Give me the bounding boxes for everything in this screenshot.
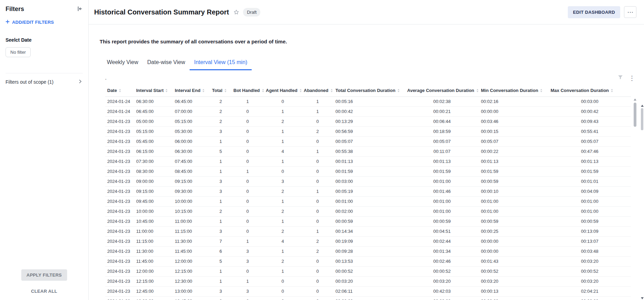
table-cell: 11:15:00 bbox=[134, 237, 173, 247]
column-header[interactable]: Date bbox=[105, 85, 134, 97]
table-cell: 0 bbox=[264, 277, 302, 287]
table-cell: 00:00:00 bbox=[479, 237, 549, 247]
table-scrollbar[interactable] bbox=[634, 98, 636, 300]
table-cell: 2024-01-23 bbox=[105, 287, 134, 297]
column-header[interactable]: Total bbox=[210, 85, 231, 97]
table-cell: 00:03:00 bbox=[549, 97, 631, 107]
clear-all-button[interactable]: CLEAR ALL bbox=[31, 289, 57, 294]
table-cell: 1 bbox=[231, 97, 264, 107]
tab-weekly-view[interactable]: Weekly View bbox=[102, 56, 143, 70]
table-cell: 00:05:07 bbox=[405, 137, 479, 147]
column-header-label: Average Conversation Duration bbox=[407, 88, 474, 93]
apply-filters-button[interactable]: APPLY FILTERS bbox=[21, 269, 67, 281]
table-cell: 1 bbox=[264, 217, 302, 227]
table-cell: 1 bbox=[264, 127, 302, 137]
table-cell: 2024-01-23 bbox=[105, 137, 134, 147]
column-header[interactable]: Interval End bbox=[173, 85, 210, 97]
column-header[interactable]: Bot Handled bbox=[231, 85, 264, 97]
column-header[interactable]: Total Conversation Duration bbox=[333, 85, 405, 97]
table-cell: 07:00:00 bbox=[173, 107, 210, 117]
table-row: 2024-01-2305:15:0005:30:00301200:56:5900… bbox=[105, 127, 631, 137]
column-header[interactable]: Max Conversation Duration bbox=[549, 85, 631, 97]
table-cell: 2024-01-23 bbox=[105, 147, 134, 157]
filters-title: Filters bbox=[6, 6, 24, 13]
table-cell: 00:03:20 bbox=[333, 277, 405, 287]
add-edit-filters-button[interactable]: ADD/EDIT FILTERS bbox=[6, 20, 83, 25]
table-row: 2024-01-2310:45:0011:00:00101000:00:5900… bbox=[105, 217, 631, 227]
column-header[interactable]: Average Conversation Duration bbox=[405, 85, 479, 97]
scroll-up-arrow[interactable] bbox=[634, 99, 636, 101]
table-cell: 00:01:46 bbox=[405, 187, 479, 197]
column-header[interactable]: Interval Start bbox=[134, 85, 173, 97]
table-cell: 00:05:07 bbox=[479, 137, 549, 147]
table-cell: 00:00:00 bbox=[479, 297, 549, 300]
page-scroll-up-arrow[interactable] bbox=[641, 105, 644, 107]
table-cell: 2024-01-23 bbox=[105, 167, 134, 177]
collapse-sidebar-button[interactable] bbox=[77, 6, 83, 13]
table-cell: 2024-01-23 bbox=[105, 177, 134, 187]
table-cell: 06:30:00 bbox=[173, 147, 210, 157]
table-cell: 00:47:46 bbox=[549, 147, 631, 157]
tab-interval-view[interactable]: Interval View (15 min) bbox=[190, 56, 252, 70]
table-cell: 05:30:00 bbox=[173, 127, 210, 137]
page-scroll-down-arrow[interactable] bbox=[641, 297, 644, 299]
table-cell: 2024-01-23 bbox=[105, 217, 134, 227]
table-cell: 13:45:00 bbox=[173, 297, 210, 300]
table-cell: 00:00:59 bbox=[479, 217, 549, 227]
tab-date-wise-view[interactable]: Date-wise View bbox=[143, 56, 190, 70]
table-body: 2024-01-2406:30:0006:45:00210100:05:1600… bbox=[105, 97, 631, 300]
app-root: Filters ADD/EDIT FILTERS Seelc bbox=[0, 0, 644, 300]
table-cell: 1 bbox=[231, 167, 264, 177]
table-cell: 00:04:09 bbox=[549, 187, 631, 197]
edit-dashboard-button[interactable]: EDIT DASHBOARD bbox=[568, 6, 620, 18]
table-cell: 00:09:43 bbox=[549, 117, 631, 127]
table-cell: 00:03:20 bbox=[405, 277, 479, 287]
table-cell: 12:00:00 bbox=[134, 267, 173, 277]
table-cell: 00:14:34 bbox=[333, 227, 405, 237]
table-cell: 09:00:00 bbox=[134, 177, 173, 187]
table-cell: 08:45:00 bbox=[173, 167, 210, 177]
interval-summary-table: DateInterval StartInterval EndTotalBot H… bbox=[105, 85, 631, 300]
table-cell: 3 bbox=[210, 227, 231, 237]
table-cell: 00:01:13 bbox=[405, 157, 479, 167]
table-cell: 00:01:59 bbox=[405, 167, 479, 177]
table-cell: 09:30:00 bbox=[173, 187, 210, 197]
table-cell: 00:00:52 bbox=[405, 267, 479, 277]
table-cell: 00:18:59 bbox=[405, 127, 479, 137]
filters-out-of-scope-row[interactable]: Filters out of scope (1) bbox=[6, 73, 83, 85]
scrollbar-thumb[interactable] bbox=[634, 103, 636, 127]
table-cell: 2024-01-23 bbox=[105, 277, 134, 287]
table-cell: 00:00:00 bbox=[333, 297, 405, 300]
date-filter-chip[interactable]: No filter bbox=[6, 47, 31, 57]
table-cell: 12:00:00 bbox=[173, 257, 210, 267]
table-cell: 10:00:00 bbox=[173, 197, 210, 207]
table-cell: 0 bbox=[302, 197, 333, 207]
table-cell: 00:01:01 bbox=[549, 177, 631, 187]
table-cell: 2024-01-23 bbox=[105, 267, 134, 277]
favorite-star-icon[interactable] bbox=[233, 9, 239, 15]
table-cell: 1 bbox=[231, 237, 264, 247]
table-cell: 1 bbox=[264, 157, 302, 167]
page-scrollbar-thumb[interactable] bbox=[641, 108, 643, 130]
column-header[interactable]: Agent Handled bbox=[264, 85, 302, 97]
filter-icon[interactable] bbox=[617, 74, 623, 82]
table-cell: 05:00:00 bbox=[134, 117, 173, 127]
column-header[interactable]: Abandoned bbox=[302, 85, 333, 97]
column-header[interactable]: Min Conversation Duration bbox=[479, 85, 549, 97]
table-row: 2024-01-2311:15:0011:30:00714200:19:0900… bbox=[105, 237, 631, 247]
table-cell: 00:05:16 bbox=[333, 97, 405, 107]
sort-icon bbox=[476, 89, 479, 93]
table-cell: 00:00:42 bbox=[549, 107, 631, 117]
table-cell: 00:00:59 bbox=[549, 217, 631, 227]
page-scrollbar[interactable] bbox=[641, 104, 644, 299]
table-row: 2024-01-2406:30:0006:45:00210100:05:1600… bbox=[105, 97, 631, 107]
table-cell: 5 bbox=[210, 147, 231, 157]
table-cell: 00:13:07 bbox=[549, 237, 631, 247]
kebab-menu-icon[interactable]: ⋮ bbox=[629, 75, 635, 81]
table-cell: 0 bbox=[231, 117, 264, 127]
table-cell: 1 bbox=[210, 197, 231, 207]
column-header-label: Total bbox=[212, 88, 222, 93]
more-options-button[interactable]: ⋯ bbox=[624, 6, 636, 18]
table-cell: 4 bbox=[264, 237, 302, 247]
sidebar-header: Filters bbox=[6, 6, 83, 13]
